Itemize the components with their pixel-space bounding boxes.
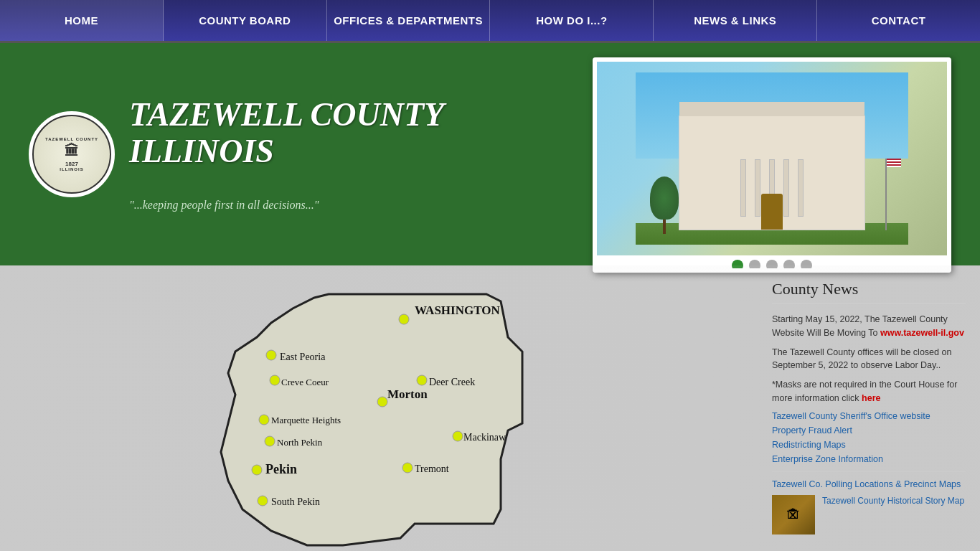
news-title: County News	[772, 280, 966, 304]
nav-how-do-i[interactable]: HOW DO I...?	[490, 0, 654, 41]
enterprise-zone-link[interactable]: Enterprise Zone Information	[772, 454, 966, 464]
news-paragraph-2: The Tazewell County offices will be clos…	[772, 346, 966, 373]
svg-point-6	[265, 436, 275, 446]
header-area: TAZEWELL COUNTY 🏛 1827 ILLINOIS TAZEWELL…	[0, 43, 980, 265]
svg-text:Creve Coeur: Creve Coeur	[281, 377, 329, 387]
nav-county-board[interactable]: COUNTY BOARD	[164, 0, 327, 41]
polling-link[interactable]: Tazewell Co. Polling Locations & Precinc…	[772, 479, 966, 489]
svg-point-7	[453, 431, 463, 441]
news-paragraph-1: Starting May 15, 2022, The Tazewell Coun…	[772, 313, 966, 340]
svg-point-8	[252, 465, 262, 475]
news-divider	[772, 471, 966, 472]
svg-point-1	[266, 350, 276, 360]
title-block: TAZEWELL COUNTY ILLINOIS "...keeping peo…	[129, 97, 444, 211]
courthouse-image	[636, 72, 908, 245]
svg-text:Marquette Heights: Marquette Heights	[271, 415, 341, 425]
nav-offices[interactable]: OFFICES & DEPARTMENTS	[327, 0, 491, 41]
svg-text:Tremont: Tremont	[415, 463, 449, 474]
svg-text:North Pekin: North Pekin	[277, 437, 323, 448]
fraud-alert-link[interactable]: Property Fraud Alert	[772, 425, 966, 435]
news-section: County News Starting May 15, 2022, The T…	[758, 265, 980, 551]
county-title: TAZEWELL COUNTY ILLINOIS	[129, 97, 444, 169]
story-link[interactable]: Tazewell County Historical Story Map	[822, 495, 964, 507]
map-container: WASHINGTON East Peoria Creve Coeur Deer …	[199, 280, 558, 551]
sheriff-link[interactable]: Tazewell County Sheriff's Office website	[772, 411, 966, 421]
slideshow	[593, 57, 951, 273]
svg-text:WASHINGTON: WASHINGTON	[415, 303, 500, 317]
news-paragraph-3: *Masks are not required in the Court Hou…	[772, 378, 966, 405]
here-link[interactable]: here	[862, 393, 880, 403]
svg-text:Mackinaw: Mackinaw	[463, 432, 507, 443]
redistricting-link[interactable]: Redistricting Maps	[772, 440, 966, 450]
story-row: 🏚 Tazewell County Historical Story Map	[772, 495, 966, 534]
tagline: "...keeping people first in all decision…	[129, 199, 444, 212]
svg-text:Pekin: Pekin	[265, 462, 297, 476]
svg-text:East Peoria: East Peoria	[280, 352, 326, 362]
website-link[interactable]: www.tazewell-il.gov	[880, 328, 964, 338]
svg-point-5	[259, 415, 269, 425]
nav-contact[interactable]: CONTACT	[817, 0, 980, 41]
svg-point-9	[402, 463, 413, 473]
svg-point-0	[399, 314, 409, 324]
nav-news-links[interactable]: NEWS & LINKS	[654, 0, 817, 41]
county-seal: TAZEWELL COUNTY 🏛 1827 ILLINOIS	[29, 111, 115, 197]
story-thumbnail: 🏚	[772, 495, 815, 534]
svg-point-3	[417, 375, 427, 385]
slide-image	[597, 62, 947, 255]
svg-text:South Pekin: South Pekin	[271, 496, 320, 507]
map-section: WASHINGTON East Peoria Creve Coeur Deer …	[0, 265, 758, 551]
svg-text:Morton: Morton	[387, 387, 428, 401]
county-map-svg: WASHINGTON East Peoria Creve Coeur Deer …	[199, 280, 558, 551]
svg-point-2	[270, 375, 280, 385]
svg-point-10	[258, 496, 268, 506]
svg-point-4	[377, 397, 387, 407]
svg-text:Deer Creek: Deer Creek	[429, 377, 475, 387]
nav-home[interactable]: HOME	[0, 0, 164, 41]
main-content: WASHINGTON East Peoria Creve Coeur Deer …	[0, 265, 980, 551]
main-navigation: HOME COUNTY BOARD OFFICES & DEPARTMENTS …	[0, 0, 980, 43]
